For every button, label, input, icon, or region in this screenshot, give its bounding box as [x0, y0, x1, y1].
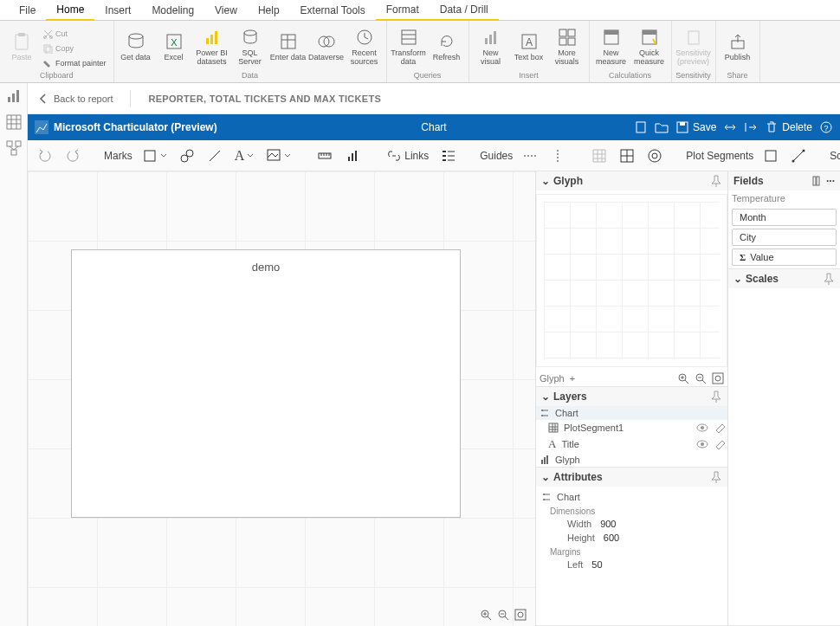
- report-view-icon[interactable]: [6, 88, 22, 104]
- rect-icon: [142, 148, 158, 164]
- new-button[interactable]: [634, 120, 648, 134]
- menu-tab-datadrill[interactable]: Data / Drill: [430, 0, 499, 21]
- enter-data-button[interactable]: Enter data: [270, 23, 307, 71]
- open-button[interactable]: [655, 120, 669, 134]
- canvas-zoom-tools: [480, 609, 527, 621]
- mark-line-button[interactable]: [204, 146, 225, 165]
- menu-tab-file[interactable]: File: [9, 1, 46, 20]
- glyph-editor[interactable]: [536, 194, 727, 367]
- undo-button[interactable]: [35, 146, 55, 165]
- sql-server-button[interactable]: SQL Server: [232, 23, 268, 71]
- attr-width[interactable]: Width900: [541, 517, 722, 531]
- sensitivity-button[interactable]: Sensitivity (preview): [675, 23, 712, 71]
- pin-icon[interactable]: [823, 273, 835, 285]
- field-value[interactable]: ΣValue: [732, 248, 837, 266]
- zoom-out-icon[interactable]: [497, 609, 509, 621]
- svg-point-47: [181, 155, 188, 162]
- add-glyph-button[interactable]: +: [570, 373, 575, 384]
- guide-horiz-button[interactable]: [520, 146, 540, 165]
- layer-plotsegment[interactable]: PlotSegment1: [536, 420, 727, 436]
- save-button[interactable]: Save: [675, 120, 716, 134]
- eye-icon[interactable]: [696, 422, 708, 434]
- delete-button[interactable]: Delete: [765, 120, 812, 134]
- eraser-icon[interactable]: [714, 422, 726, 434]
- mark-symbol-button[interactable]: [177, 146, 197, 165]
- pbi-datasets-button[interactable]: Power BI datasets: [194, 23, 230, 71]
- menu-tab-insert[interactable]: Insert: [94, 1, 141, 20]
- menu-tab-modeling[interactable]: Modeling: [141, 1, 204, 20]
- data-view-icon[interactable]: [6, 114, 22, 130]
- zoom-fit-icon[interactable]: [514, 609, 527, 621]
- pin-icon[interactable]: [710, 390, 722, 403]
- menu-tab-help[interactable]: Help: [248, 1, 290, 20]
- fit-width-icon[interactable]: [744, 120, 758, 134]
- help-icon[interactable]: ?: [819, 120, 833, 134]
- model-view-icon[interactable]: [6, 140, 22, 156]
- canvas[interactable]: demo: [28, 171, 535, 626]
- refresh-button[interactable]: Refresh: [429, 23, 465, 71]
- get-data-button[interactable]: Get data: [118, 23, 154, 71]
- redo-button[interactable]: [62, 146, 83, 165]
- mark-icon-button[interactable]: [263, 146, 294, 165]
- plotseg-region-button[interactable]: [760, 146, 781, 165]
- attr-left[interactable]: Left50: [541, 558, 722, 571]
- nested-chart-button[interactable]: [342, 146, 363, 165]
- more-icon[interactable]: ···: [826, 175, 835, 187]
- guide-vert-button[interactable]: [547, 146, 568, 165]
- field-city[interactable]: City: [732, 229, 837, 246]
- menu-tab-format[interactable]: Format: [376, 0, 430, 21]
- columns-icon[interactable]: [812, 176, 823, 186]
- more-visuals-button[interactable]: More visuals: [549, 23, 585, 71]
- plotseg-line-button[interactable]: [788, 146, 809, 165]
- mark-text-button[interactable]: A: [232, 146, 257, 165]
- svg-rect-70: [515, 610, 526, 620]
- eraser-icon[interactable]: [714, 438, 726, 450]
- undo-redo-icon[interactable]: [723, 120, 737, 134]
- new-measure-button[interactable]: New measure: [593, 23, 630, 71]
- chevron-down-icon[interactable]: ⌄: [541, 390, 550, 403]
- guide-grid1-button[interactable]: [589, 146, 610, 165]
- layer-glyph[interactable]: Glyph: [536, 453, 727, 467]
- field-month[interactable]: Month: [732, 209, 837, 226]
- new-visual-button[interactable]: New visual: [473, 23, 509, 71]
- chevron-down-icon[interactable]: ⌄: [733, 273, 742, 285]
- chart-canvas-rect[interactable]: demo: [71, 249, 461, 518]
- guide-polar-button[interactable]: [644, 146, 665, 165]
- publish-button[interactable]: Publish: [720, 23, 756, 71]
- paste-button[interactable]: Paste: [3, 23, 40, 71]
- svg-point-62: [803, 149, 805, 152]
- attr-height[interactable]: Height600: [541, 531, 722, 545]
- menu-tab-home[interactable]: Home: [46, 0, 94, 21]
- chart-title-text[interactable]: demo: [72, 250, 460, 274]
- menu-tab-externaltools[interactable]: External Tools: [290, 1, 376, 20]
- data-axis-button[interactable]: [314, 146, 335, 165]
- copy-button[interactable]: Copy: [43, 42, 107, 55]
- quick-measure-button[interactable]: Quick measure: [631, 23, 668, 71]
- ribbon-group-clipboard: Paste Cut Copy Format painter Clipboard: [0, 21, 114, 82]
- transform-data-button[interactable]: Transform data: [391, 23, 427, 71]
- guide-grid2-button[interactable]: [617, 146, 637, 165]
- mark-rect-button[interactable]: [139, 146, 170, 165]
- menu-tab-view[interactable]: View: [204, 1, 248, 20]
- pin-icon[interactable]: [710, 175, 722, 187]
- text-box-button[interactable]: AText box: [511, 23, 547, 71]
- zoom-in-icon[interactable]: [480, 609, 492, 621]
- zoom-out-icon[interactable]: [695, 372, 707, 384]
- cut-button[interactable]: Cut: [43, 27, 107, 41]
- legend-button[interactable]: [438, 146, 459, 165]
- chevron-down-icon[interactable]: ⌄: [541, 175, 550, 187]
- pin-icon[interactable]: [710, 471, 722, 483]
- dataverse-button[interactable]: Dataverse: [308, 23, 345, 71]
- excel-button[interactable]: XExcel: [156, 23, 192, 71]
- eye-icon[interactable]: [696, 438, 708, 450]
- recent-sources-button[interactable]: Recent sources: [346, 23, 383, 71]
- zoom-fit-icon[interactable]: [712, 372, 724, 384]
- format-painter-button[interactable]: Format painter: [43, 56, 107, 70]
- layer-chart[interactable]: Chart: [536, 406, 727, 420]
- back-to-report-button[interactable]: Back to report: [38, 94, 113, 104]
- layer-title[interactable]: ATitle: [536, 436, 727, 453]
- zoom-in-icon[interactable]: [677, 372, 689, 384]
- transform-icon: [398, 27, 419, 48]
- chevron-down-icon[interactable]: ⌄: [541, 471, 550, 483]
- links-button[interactable]: Links: [384, 146, 431, 165]
